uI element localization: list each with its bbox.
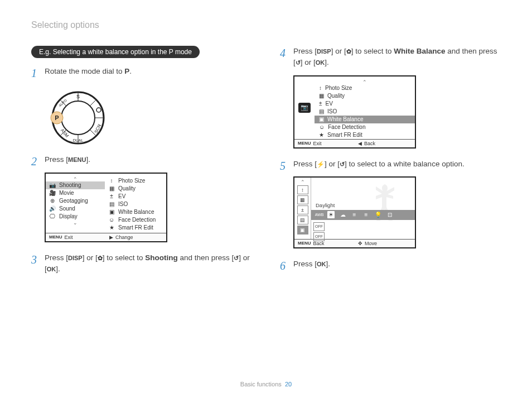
- wb-off-icons: OFF OFF: [311, 221, 327, 242]
- sound-icon: 🔊: [49, 205, 56, 212]
- step-text: Press [: [293, 260, 317, 268]
- footer-change[interactable]: ▶Change: [106, 233, 166, 241]
- macro-key-icon: ✿: [346, 48, 351, 55]
- menu-item-display[interactable]: 🖵Display: [46, 213, 105, 221]
- side-icon[interactable]: ▤: [297, 216, 308, 224]
- menu-right-pane: ↕Photo Size ▦Quality ±EV ▤ISO ▣White Bal…: [105, 174, 166, 233]
- size-icon: ↕: [319, 85, 322, 91]
- option-face-detection[interactable]: ☺Face Detection: [105, 216, 166, 224]
- flash-key-icon: ⚡: [317, 161, 325, 168]
- wb-option-daylight[interactable]: ☀: [327, 211, 335, 218]
- face-icon: ☺: [319, 124, 325, 130]
- step-3: 3 Press [DISP] or [✿] to select to Shoot…: [31, 252, 252, 275]
- menu-item-sound[interactable]: 🔊Sound: [46, 205, 105, 213]
- wb-option-bar: AWB ☀ ☁ ≡ ≡ 💡 ⊡: [311, 210, 415, 220]
- menu-item-shooting[interactable]: 📷Shooting: [46, 181, 105, 189]
- option-white-balance[interactable]: ▣White Balance: [105, 208, 166, 216]
- option-smart-fr[interactable]: ★Smart FR Edit: [315, 131, 415, 139]
- menu-item-geotagging[interactable]: ⊕Geotagging: [46, 197, 105, 205]
- camera-icon: 📷: [298, 103, 311, 113]
- menu-footer: MENUExit ◀Back: [294, 139, 415, 147]
- ss2-list: ⌃ ↕Photo Size ▦Quality ±EV ▤ISO ▣White B…: [315, 76, 415, 139]
- star-icon: ★: [319, 132, 324, 138]
- option-smart-fr[interactable]: ★Smart FR Edit: [105, 224, 166, 232]
- step-text: ] to select to: [351, 47, 394, 55]
- menu-label: Display: [59, 213, 78, 219]
- option-label: Quality: [327, 93, 345, 99]
- wb-option-cloudy[interactable]: ☁: [339, 211, 346, 218]
- option-label: Face Detection: [118, 217, 156, 223]
- menu-footer: MENUExit ▶Change: [46, 233, 166, 241]
- wb-screenshot: ⌃ ↕ ▦ ± ▤ ▣ Daylight AWB ☀ ☁: [293, 176, 416, 248]
- footer-exit[interactable]: MENUExit: [46, 233, 106, 241]
- wb-option-custom[interactable]: ⊡: [386, 211, 393, 218]
- step-6: 6 Press [OK].: [280, 259, 501, 270]
- option-iso[interactable]: ▤ISO: [105, 200, 166, 208]
- face-icon: ☺: [108, 217, 115, 223]
- option-label: White Balance: [327, 116, 363, 122]
- section-heading: Selecting options: [31, 20, 501, 30]
- camera-icon: 📷: [49, 182, 56, 188]
- option-iso[interactable]: ▤ISO: [315, 108, 415, 116]
- option-label: Smart FR Edit: [327, 132, 362, 138]
- side-icon[interactable]: ↕: [297, 185, 308, 194]
- footer-exit[interactable]: MENUExit: [294, 140, 355, 147]
- step-2: 2 Press [MENU].: [31, 154, 252, 165]
- footer-back[interactable]: ◀Back: [355, 140, 415, 147]
- quality-icon: ▦: [108, 185, 115, 192]
- option-quality[interactable]: ▦Quality: [105, 185, 166, 193]
- step-number: 6: [280, 257, 286, 274]
- option-label: ISO: [327, 108, 337, 114]
- footer-label: Change: [115, 234, 133, 240]
- footer-label: Back: [364, 141, 375, 146]
- iso-icon: ▤: [319, 108, 324, 114]
- wb-option-fluorescent-l[interactable]: ≡: [362, 211, 370, 218]
- svg-text:P: P: [55, 114, 59, 121]
- wb-option-awb[interactable]: AWB: [316, 211, 323, 218]
- example-pill: E.g. Selecting a white balance option in…: [31, 46, 200, 58]
- ok-key: OK: [317, 261, 326, 267]
- option-label: Quality: [118, 185, 136, 192]
- step-text: ].: [86, 155, 90, 164]
- step-text: Press [: [293, 47, 317, 55]
- disp-key: DISP: [317, 48, 331, 55]
- menu-key: MENU: [68, 156, 86, 163]
- macro-key-icon: ✿: [98, 255, 103, 261]
- mode-dial: P ASM DUAL SCN S AUTO: [45, 87, 112, 149]
- off-icon[interactable]: OFF: [313, 222, 325, 231]
- side-icon[interactable]: ▦: [297, 195, 308, 204]
- option-ev[interactable]: ±EV: [315, 100, 415, 108]
- option-label: Smart FR Edit: [118, 224, 153, 231]
- menu-item-movie[interactable]: 🎥Movie: [46, 189, 105, 197]
- quality-icon: ▦: [319, 93, 324, 99]
- option-quality[interactable]: ▦Quality: [315, 92, 415, 100]
- right-arrow-icon: ▶: [109, 234, 113, 240]
- option-white-balance[interactable]: ▣White Balance: [315, 116, 415, 123]
- up-caret-icon: ⌃: [46, 177, 105, 181]
- wb-icon: ▣: [319, 116, 324, 122]
- option-photo-size[interactable]: ↕Photo Size: [105, 177, 166, 185]
- step-text: ] or [: [331, 47, 346, 55]
- option-face-detection[interactable]: ☺Face Detection: [315, 123, 415, 131]
- step-text: ].: [56, 265, 60, 273]
- option-label: EV: [118, 193, 125, 199]
- off-icon[interactable]: OFF: [313, 232, 325, 241]
- page-footer: Basic functions 20: [0, 381, 532, 387]
- step-text: ] or [: [301, 58, 316, 66]
- movie-icon: 🎥: [49, 190, 56, 196]
- side-icon-active[interactable]: ▣: [297, 226, 308, 234]
- wb-option-fluorescent-h[interactable]: ≡: [351, 211, 358, 218]
- option-ev[interactable]: ±EV: [105, 193, 166, 200]
- mode-p: P: [124, 67, 129, 75]
- option-label: ISO: [118, 201, 128, 207]
- footer-move[interactable]: ✥Move: [355, 240, 415, 247]
- step-4: 4 Press [DISP] or [✿] to select to White…: [280, 46, 501, 69]
- option-photo-size[interactable]: ↕Photo Size: [315, 84, 415, 92]
- option-label: White Balance: [118, 209, 154, 215]
- wb-option-tungsten[interactable]: 💡: [374, 211, 381, 218]
- side-icon[interactable]: ±: [297, 205, 308, 214]
- step-text: .: [129, 67, 132, 75]
- up-caret-icon: ⌃: [296, 180, 309, 184]
- move-icon: ✥: [358, 241, 362, 246]
- ok-key: OK: [316, 59, 325, 66]
